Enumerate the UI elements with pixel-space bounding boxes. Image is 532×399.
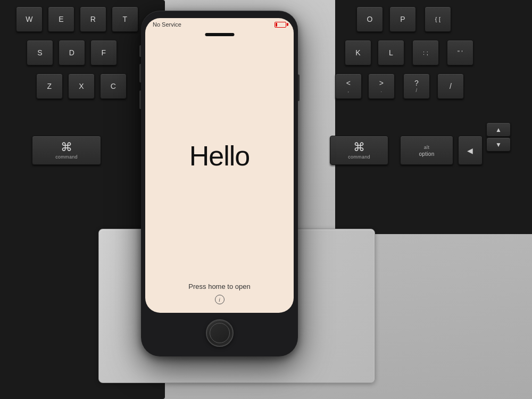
iphone: No Service Hello Press home to open i — [141, 11, 298, 356]
iphone-hello-section: Hello — [145, 29, 294, 282]
hello-text: Hello — [189, 140, 250, 172]
key-question[interactable]: ? / — [403, 73, 430, 99]
key-slash[interactable]: / — [437, 73, 464, 99]
iphone-power-button — [298, 74, 300, 101]
key-greater-than[interactable]: > . — [368, 73, 395, 99]
battery-indicator — [275, 22, 286, 28]
iphone-earpiece — [205, 33, 234, 36]
iphone-status-bar: No Service — [145, 18, 294, 29]
iphone-home-button[interactable] — [206, 319, 234, 347]
iphone-volume-down — [139, 90, 141, 109]
key-l[interactable]: L — [378, 40, 404, 65]
iphone-bottom-bar: Press home to open i — [145, 282, 294, 313]
key-s[interactable]: S — [27, 40, 53, 65]
battery-icon — [275, 22, 286, 28]
key-semicolon[interactable]: : ; — [412, 40, 439, 65]
key-z[interactable]: Z — [36, 73, 63, 99]
key-x[interactable]: X — [68, 73, 95, 99]
iphone-volume-up — [139, 64, 141, 82]
iphone-home-button-inner — [210, 323, 230, 343]
iphone-screen: No Service Hello Press home to open i — [145, 18, 294, 313]
battery-fill — [276, 23, 277, 27]
key-less-than[interactable]: < , — [335, 73, 362, 99]
key-bracket[interactable]: { [ — [425, 6, 451, 32]
key-c[interactable]: C — [100, 73, 127, 99]
key-t[interactable]: T — [112, 6, 138, 32]
key-command-left[interactable]: ⌘ command — [32, 136, 101, 165]
key-command-right[interactable]: ⌘ command — [330, 136, 388, 165]
key-option[interactable]: alt option — [400, 136, 453, 165]
key-arrow-left[interactable]: ◀ — [458, 136, 483, 165]
keyboard-right: O P { [ K L : ; " ' < , > . ? / / ⌘ comm… — [335, 0, 532, 234]
key-o[interactable]: O — [356, 6, 383, 32]
key-arrow-down[interactable]: ▼ — [486, 137, 511, 152]
key-p[interactable]: P — [389, 6, 416, 32]
carrier-label: No Service — [153, 21, 181, 28]
key-d[interactable]: D — [59, 40, 85, 65]
iphone-silent-switch — [139, 45, 141, 57]
key-quote[interactable]: " ' — [447, 40, 473, 65]
key-r[interactable]: R — [80, 6, 106, 32]
press-home-label: Press home to open — [188, 282, 250, 290]
info-icon: i — [215, 295, 225, 304]
key-w[interactable]: W — [16, 6, 43, 32]
key-e[interactable]: E — [48, 6, 74, 32]
key-f[interactable]: F — [90, 40, 117, 65]
key-k[interactable]: K — [345, 40, 371, 65]
key-arrow-up[interactable]: ▲ — [486, 122, 511, 137]
